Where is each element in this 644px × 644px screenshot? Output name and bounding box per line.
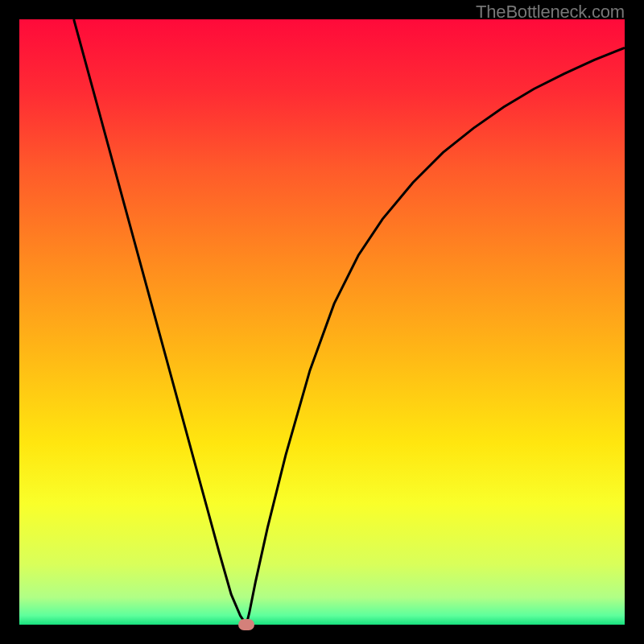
watermark-text: TheBottleneck.com <box>476 2 625 23</box>
min-point-marker <box>238 619 254 630</box>
bottleneck-curve <box>19 19 625 625</box>
chart-frame <box>19 19 625 625</box>
